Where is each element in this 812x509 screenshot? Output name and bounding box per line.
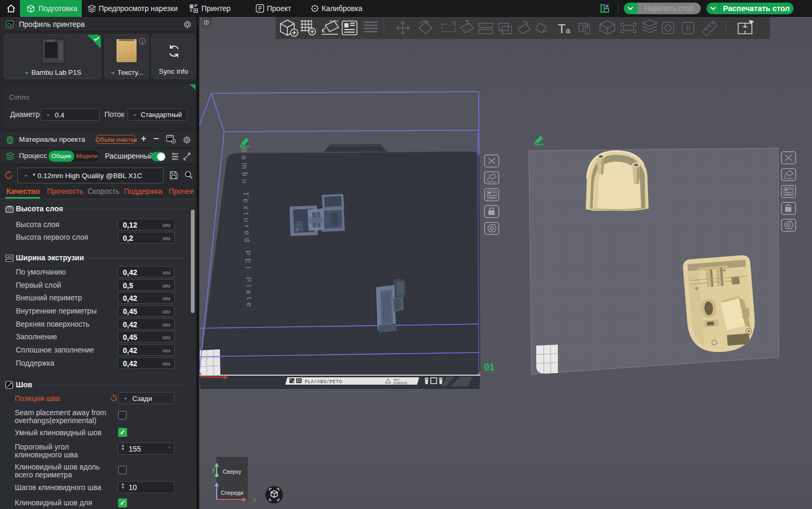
svg-text:SURFACE: SURFACE	[393, 381, 407, 385]
svg-text:T: T	[558, 22, 566, 36]
svg-text:y: y	[212, 467, 215, 472]
svg-text:PLA/ABS/PETG: PLA/ABS/PETG	[305, 379, 342, 385]
svg-text:x: x	[253, 497, 256, 503]
svg-text:Сверху: Сверху	[223, 468, 241, 475]
svg-text:⟨|⟩: ⟨|⟩	[204, 19, 209, 25]
svg-text:Спереди: Спереди	[221, 490, 244, 496]
svg-text:P: P	[686, 24, 691, 33]
svg-text:01: 01	[484, 362, 495, 373]
svg-text:a: a	[566, 26, 571, 35]
svg-text:AUTO: AUTO	[330, 19, 339, 23]
